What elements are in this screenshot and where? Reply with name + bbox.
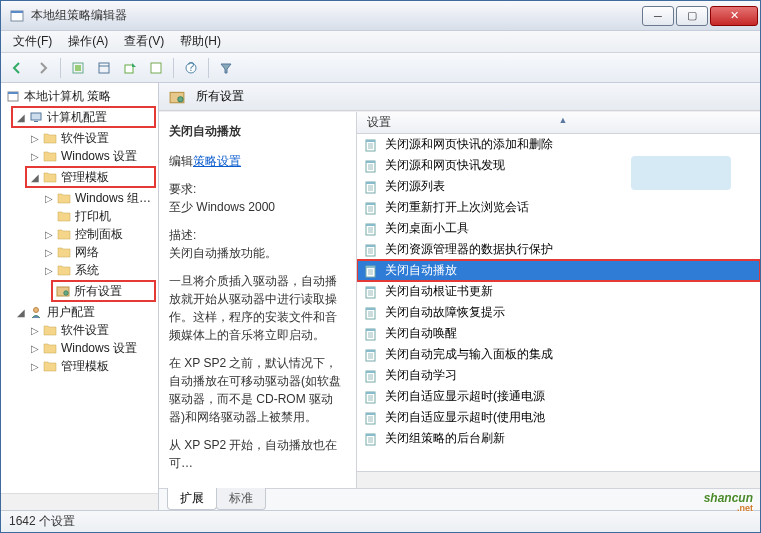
list-item-label: 关闭重新打开上次浏览会话 [385,199,529,216]
statusbar: 1642 个设置 [1,510,760,532]
tree-u-software[interactable]: ▷软件设置 [1,321,158,339]
expand-icon[interactable]: ▷ [29,361,40,372]
tree-u-admin[interactable]: ▷管理模板 [1,357,158,375]
svg-rect-50 [366,266,375,268]
maximize-button[interactable]: ▢ [676,6,708,26]
expand-icon[interactable]: ▷ [43,229,54,240]
expand-icon[interactable]: ▷ [43,193,54,204]
refresh-icon[interactable] [144,56,168,80]
tree-printer[interactable]: 打印机 [1,207,158,225]
list-item-label: 关闭源和网页快讯的添加和删除 [385,136,553,153]
toolbar-icon-2[interactable] [92,56,116,80]
svg-rect-7 [151,63,161,73]
list-item[interactable]: 关闭源和网页快讯的添加和删除 [357,134,760,155]
toolbar-icon-1[interactable] [66,56,90,80]
content-header: 所有设置 [159,83,760,111]
expand-icon[interactable]: ▷ [29,133,40,144]
minimize-button[interactable]: ─ [642,6,674,26]
folder-icon [42,359,58,373]
list-item[interactable]: 关闭自动播放 [357,260,760,281]
tree-software[interactable]: ▷软件设置 [1,129,158,147]
tree-system[interactable]: ▷系统 [1,261,158,279]
svg-rect-65 [366,329,375,331]
menu-file[interactable]: 文件(F) [5,31,60,52]
tab-extended[interactable]: 扩展 [167,488,217,510]
expand-icon[interactable]: ▷ [29,325,40,336]
expand-icon[interactable]: ▷ [43,265,54,276]
tree-root[interactable]: 本地计算机 策略 [1,87,158,105]
folder-icon [42,323,58,337]
policy-item-icon [363,263,379,279]
menu-action[interactable]: 操作(A) [60,31,116,52]
collapse-icon[interactable]: ◢ [29,172,40,183]
list-item[interactable]: 关闭自动唤醒 [357,323,760,344]
list-item[interactable]: 关闭桌面小工具 [357,218,760,239]
tree-ctrlpanel[interactable]: ▷控制面板 [1,225,158,243]
folder-icon [42,170,58,184]
export-icon[interactable] [118,56,142,80]
svg-rect-4 [99,63,109,73]
list-item-label: 关闭自动唤醒 [385,325,457,342]
expand-icon[interactable]: ▷ [43,247,54,258]
list-item-label: 关闭自适应显示超时(接通电源 [385,388,545,405]
list-item[interactable]: 关闭自动根证书更新 [357,281,760,302]
svg-rect-60 [366,308,375,310]
separator [173,58,174,78]
menu-help[interactable]: 帮助(H) [172,31,229,52]
list-item-label: 关闭自适应显示超时(使用电池 [385,409,545,426]
forward-button[interactable] [31,56,55,80]
toolbar: ? [1,53,760,83]
tree-all-settings[interactable]: 所有设置 [55,282,152,300]
tabs: 扩展 标准 [159,488,760,510]
list-scrollbar[interactable] [357,471,760,488]
expand-icon[interactable]: ▷ [29,151,40,162]
tree-windows[interactable]: ▷Windows 设置 [1,147,158,165]
collapse-icon[interactable]: ◢ [15,112,26,123]
redaction-overlay [631,156,731,190]
svg-point-15 [64,291,68,295]
list-item[interactable]: 关闭自动故障恢复提示 [357,302,760,323]
tree-network[interactable]: ▷网络 [1,243,158,261]
sort-indicator-icon: ▲ [559,115,568,125]
tree-wincomp[interactable]: ▷Windows 组… [1,189,158,207]
list-item-label: 关闭自动故障恢复提示 [385,304,505,321]
policy-item-icon [363,158,379,174]
tree-user-config[interactable]: ◢用户配置 [1,303,158,321]
expand-icon[interactable]: ▷ [29,343,40,354]
svg-rect-85 [366,413,375,415]
svg-rect-12 [31,113,41,120]
list-item-label: 关闭自动学习 [385,367,457,384]
tree-panel[interactable]: 本地计算机 策略 ◢ 计算机配置 ▷软件设置 ▷Windows 设置 ◢管理模板… [1,83,159,510]
menu-view[interactable]: 查看(V) [116,31,172,52]
policy-item-icon [363,305,379,321]
svg-point-18 [178,96,183,101]
svg-rect-70 [366,350,375,352]
list-item[interactable]: 关闭自动学习 [357,365,760,386]
back-button[interactable] [5,56,29,80]
list-item[interactable]: 关闭组策略的后台刷新 [357,428,760,449]
close-button[interactable]: ✕ [710,6,758,26]
filter-icon[interactable] [214,56,238,80]
edit-policy-link[interactable]: 策略设置 [193,154,241,168]
tree-scrollbar[interactable] [1,493,158,510]
column-header-setting[interactable]: 设置 ▲ [357,112,760,134]
svg-rect-80 [366,392,375,394]
list-item[interactable]: 关闭重新打开上次浏览会话 [357,197,760,218]
help-icon[interactable]: ? [179,56,203,80]
titlebar[interactable]: 本地组策略编辑器 ─ ▢ ✕ [1,1,760,31]
tree-admin-templates[interactable]: ◢管理模板 [29,168,152,186]
list-item[interactable]: 关闭资源管理器的数据执行保护 [357,239,760,260]
tree-computer-config[interactable]: ◢ 计算机配置 [15,108,152,126]
list-item[interactable]: 关闭自动完成与输入面板的集成 [357,344,760,365]
tree-u-windows[interactable]: ▷Windows 设置 [1,339,158,357]
tab-standard[interactable]: 标准 [216,488,266,510]
list-item[interactable]: 关闭自适应显示超时(接通电源 [357,386,760,407]
policy-item-icon [363,347,379,363]
collapse-icon[interactable]: ◢ [15,307,26,318]
folder-icon [56,191,72,205]
svg-rect-25 [366,161,375,163]
svg-rect-75 [366,371,375,373]
list-item[interactable]: 关闭自适应显示超时(使用电池 [357,407,760,428]
window-title: 本地组策略编辑器 [31,7,640,24]
policy-item-icon [363,221,379,237]
